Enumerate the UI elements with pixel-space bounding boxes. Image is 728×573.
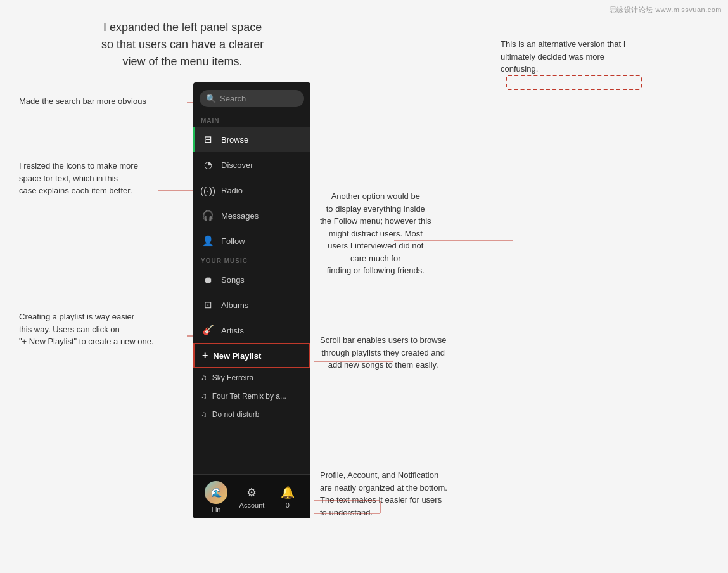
- playlist-name-3: Do not disturb: [212, 410, 260, 419]
- follow-icon: 👤: [201, 234, 215, 248]
- bottom-bar: 🌊 Lin ⚙ Account 🔔 0: [193, 474, 310, 518]
- search-bar[interactable]: 🔍: [200, 90, 304, 107]
- right-panel-wrapper: 🔍 MAIN ⊟ Browse ◔ Discover ((·)) Radio 🎧…: [506, 75, 642, 90]
- new-playlist-button[interactable]: + New Playlist: [193, 343, 310, 368]
- nav-item-artists[interactable]: 🎸 Artists: [193, 318, 310, 343]
- songs-label: Songs: [221, 275, 245, 285]
- account-label: Account: [239, 501, 265, 509]
- nav-item-follow[interactable]: 👤 Follow: [193, 228, 310, 254]
- playlist-name-2: Four Tet Remix by a...: [212, 392, 286, 401]
- playlist-item-3[interactable]: ♫ Do not disturb: [193, 405, 310, 423]
- notifications-count: 0: [286, 501, 290, 509]
- radio-icon: ((·)): [201, 183, 215, 197]
- playlist-name-1: Sky Ferreira: [212, 373, 253, 382]
- new-playlist-label: New Playlist: [213, 351, 261, 361]
- watermark: 思缘设计论坛 www.missvuan.com: [610, 5, 722, 15]
- left-panel: 🔍 MAIN ⊟ Browse ◔ Discover ((·)) Radio 🎧…: [193, 82, 310, 518]
- follow-label: Follow: [221, 236, 245, 246]
- playlist-item-2[interactable]: ♫ Four Tet Remix by a...: [193, 387, 310, 405]
- main-section-label: MAIN: [193, 113, 310, 127]
- radio-label: Radio: [221, 186, 243, 195]
- nav-item-albums[interactable]: ⊡ Albums: [193, 292, 310, 318]
- discover-icon: ◔: [201, 158, 215, 172]
- nav-item-songs[interactable]: ⏺ Songs: [193, 267, 310, 292]
- plus-icon: +: [202, 350, 208, 361]
- search-icon: 🔍: [206, 94, 216, 103]
- browse-label: Browse: [221, 135, 248, 145]
- annotation-bottom: Profile, Account, and Notificationare ne…: [320, 469, 447, 518]
- artists-label: Artists: [221, 326, 244, 335]
- avatar: 🌊: [205, 481, 227, 504]
- nav-item-messages[interactable]: 🎧 Messages: [193, 203, 310, 228]
- nav-item-discover[interactable]: ◔ Discover: [193, 152, 310, 177]
- artists-icon: 🎸: [201, 323, 215, 337]
- search-input[interactable]: [220, 94, 298, 103]
- account-button[interactable]: ⚙ Account: [239, 486, 264, 509]
- songs-icon: ⏺: [201, 273, 215, 286]
- profile-label: Lin: [212, 506, 221, 513]
- main-title: I expanded the left panel spaceso that u…: [101, 19, 264, 70]
- annotation-search: Made the search bar more obvious: [19, 96, 146, 106]
- gear-icon: ⚙: [246, 486, 257, 499]
- music-note-icon-3: ♫: [201, 409, 207, 419]
- music-note-icon-2: ♫: [201, 391, 207, 401]
- albums-icon: ⊡: [201, 298, 215, 312]
- discover-label: Discover: [221, 160, 253, 170]
- annotation-icons: I resized the icons to make morespace fo…: [19, 160, 138, 197]
- bell-icon: 🔔: [281, 486, 295, 499]
- annotation-follow: Another option would beto display everyt…: [320, 190, 431, 277]
- annotation-playlist: Creating a playlist is way easierthis wa…: [19, 311, 154, 348]
- albums-label: Albums: [221, 300, 248, 310]
- messages-label: Messages: [221, 211, 259, 221]
- messages-icon: 🎧: [201, 209, 215, 222]
- music-note-icon-1: ♫: [201, 373, 207, 382]
- alt-title: This is an alternative version that I ul…: [501, 38, 627, 75]
- browse-icon: ⊟: [201, 132, 215, 146]
- nav-item-browse[interactable]: ⊟ Browse: [193, 127, 310, 152]
- annotation-scrollbar: Scroll bar enables users to browsethroug…: [320, 334, 446, 371]
- your-music-label: YOUR MUSIC: [193, 254, 310, 267]
- notifications-button[interactable]: 🔔 0: [275, 486, 300, 509]
- profile-button[interactable]: 🌊 Lin: [203, 481, 229, 513]
- playlist-item-1[interactable]: ♫ Sky Ferreira: [193, 368, 310, 387]
- nav-item-radio[interactable]: ((·)) Radio: [193, 177, 310, 203]
